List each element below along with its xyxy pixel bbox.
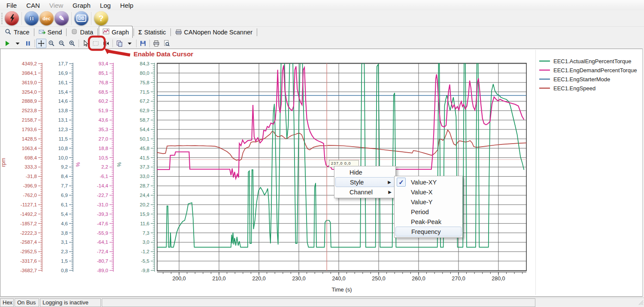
- panel-divider: [535, 50, 536, 295]
- sigma-icon: Σ: [138, 29, 142, 36]
- print-preview-button[interactable]: [161, 39, 172, 48]
- toolbar-separator: [79, 40, 79, 47]
- tab-graph[interactable]: Graph: [99, 26, 133, 38]
- menu-bar: FileCANViewGraphLogHelp: [0, 0, 644, 10]
- toolbar-separator: [91, 12, 91, 25]
- menu-item-label: Channel: [349, 189, 373, 196]
- submenu-item-value-x[interactable]: Value-X: [395, 187, 462, 197]
- menu-item-channel[interactable]: Channel▶: [335, 187, 395, 197]
- menu-item-hide[interactable]: Hide: [335, 167, 395, 177]
- style-submenu: ✓Value-XYValue-XValue-YPeriodPeak-PeakFr…: [394, 176, 463, 238]
- toolbar-separator: [21, 12, 22, 25]
- status-hex[interactable]: Hex: [0, 298, 14, 307]
- dec-icon[interactable]: dec: [39, 11, 54, 25]
- help-icon[interactable]: ?: [94, 11, 108, 25]
- context-menu: HideStyle▶Channel▶: [334, 166, 396, 198]
- pause-icon[interactable]: [24, 11, 39, 25]
- pan-button[interactable]: [36, 39, 46, 48]
- lightning-icon: [8, 14, 16, 23]
- submenu-item-value-xy[interactable]: ✓Value-XY: [395, 177, 462, 187]
- menu-item-label: Style: [350, 179, 364, 186]
- tab-canopen-node-scanner[interactable]: CANopen Node Scanner: [172, 27, 256, 37]
- toolbar-separator: [112, 40, 113, 47]
- zoom-window-button[interactable]: [46, 39, 57, 48]
- submenu-item-label: Value-X: [411, 189, 433, 196]
- pause-button[interactable]: [23, 39, 33, 48]
- submenu-item-label: Frequency: [411, 228, 441, 235]
- save-button[interactable]: [138, 39, 148, 48]
- copy-button[interactable]: [114, 39, 125, 48]
- play-button[interactable]: [2, 39, 12, 48]
- tab-bar: TraceSendDataGraphΣStatisticCANopen Node…: [0, 27, 644, 38]
- menu-item-label: Hide: [349, 169, 362, 176]
- menu-item-can[interactable]: CAN: [21, 1, 45, 10]
- copy-dropdown-button[interactable]: [125, 39, 135, 48]
- zoom-out-button[interactable]: [57, 39, 67, 48]
- tab-separator: [34, 28, 34, 36]
- graph-panel: [0, 49, 643, 297]
- toolbar-separator: [149, 40, 150, 47]
- tab-statistic[interactable]: ΣStatistic: [135, 27, 169, 37]
- menu-item-file[interactable]: File: [2, 1, 21, 10]
- graph-toolbar: [0, 38, 644, 49]
- tab-label: CANopen Node Scanner: [184, 29, 253, 36]
- submenu-item-label: Period: [411, 209, 429, 215]
- menu-item-help[interactable]: Help: [115, 1, 138, 10]
- zoom-in-button[interactable]: [67, 39, 77, 48]
- menu-item-graph[interactable]: Graph: [68, 1, 95, 10]
- menu-item-view[interactable]: View: [45, 1, 68, 10]
- graph-icon: [103, 28, 109, 36]
- tab-label: Graph: [112, 29, 129, 36]
- tab-label: Trace: [14, 29, 30, 36]
- toolbar-separator: [34, 40, 35, 47]
- tab-trace[interactable]: Trace: [1, 27, 33, 37]
- submenu-item-frequency[interactable]: Frequency: [395, 227, 462, 236]
- submenu-item-peak-peak[interactable]: Peak-Peak: [395, 217, 462, 227]
- check-icon: ✓: [397, 178, 406, 187]
- select-region-button[interactable]: [91, 39, 101, 48]
- play-dropdown-button[interactable]: [12, 39, 23, 48]
- database-cylinder-icon: [71, 28, 78, 37]
- submenu-item-label: Peak-Peak: [411, 218, 441, 225]
- resize-grip-icon[interactable]: [638, 299, 644, 307]
- pen-icon[interactable]: ✎: [55, 11, 69, 25]
- tab-label: Data: [80, 29, 93, 36]
- tab-separator: [170, 28, 171, 36]
- toolbar-grip[interactable]: [1, 13, 3, 24]
- app-window: { "menu_bar": { "items": [ {"label": "Fi…: [0, 0, 644, 307]
- tab-data[interactable]: Data: [67, 27, 97, 37]
- tab-label: Send: [48, 29, 62, 36]
- status-logging-is-inactive: Logging is inactive: [40, 298, 101, 307]
- data-cursor-button[interactable]: [101, 39, 111, 48]
- status-bar: HexOn BusLogging is inactive: [0, 298, 644, 307]
- submenu-item-value-y[interactable]: Value-Y: [395, 197, 462, 207]
- menu-item-log[interactable]: Log: [95, 1, 115, 10]
- menu-item-style[interactable]: Style▶: [335, 177, 395, 187]
- tab-separator: [97, 28, 98, 36]
- toolbar-separator: [71, 12, 72, 25]
- lightning-icon[interactable]: [5, 11, 19, 25]
- toolbar-separator: [136, 40, 137, 47]
- tab-separator: [257, 28, 257, 36]
- submenu-arrow-icon: ▶: [388, 190, 392, 194]
- scanner-icon: [175, 28, 182, 37]
- main-toolbar: dec✎DB?: [0, 10, 644, 27]
- print-button[interactable]: [151, 39, 161, 48]
- submenu-item-period[interactable]: Period: [395, 207, 462, 217]
- submenu-arrow-icon: ▶: [388, 180, 391, 184]
- database-icon[interactable]: DB: [74, 11, 88, 25]
- tab-send[interactable]: Send: [35, 27, 66, 37]
- submenu-item-label: Value-XY: [411, 179, 437, 186]
- tab-separator: [66, 28, 67, 36]
- magnifier-icon: [5, 28, 12, 37]
- status-empty: [102, 298, 535, 307]
- tab-separator: [134, 28, 134, 36]
- send-icon: [39, 28, 46, 37]
- submenu-item-label: Value-Y: [411, 199, 433, 206]
- annotation-label: Enable Data Cursor: [134, 50, 193, 58]
- select-button[interactable]: [80, 39, 91, 48]
- db-label: DB: [76, 15, 86, 22]
- tab-label: Statistic: [144, 29, 166, 36]
- status-on-bus[interactable]: On Bus: [15, 298, 39, 307]
